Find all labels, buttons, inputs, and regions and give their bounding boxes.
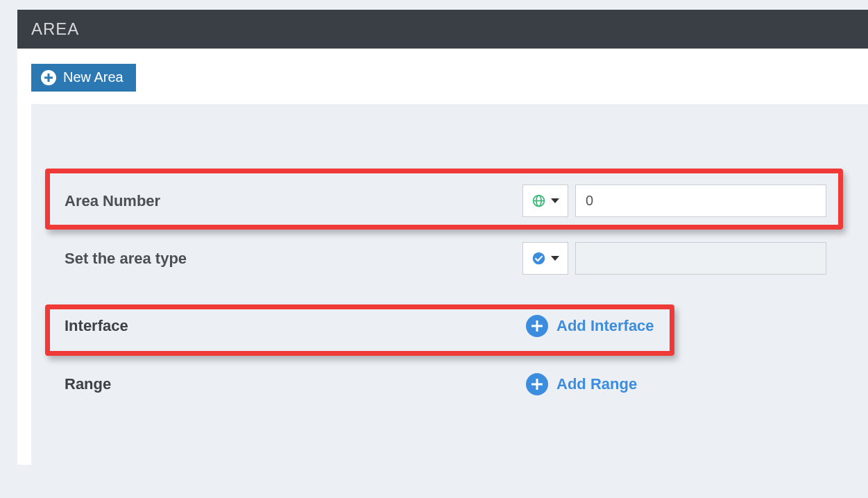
caret-down-icon [551, 198, 559, 203]
area-type-mode-dropdown[interactable] [522, 242, 568, 275]
globe-icon [531, 194, 546, 208]
plus-icon [526, 373, 548, 395]
add-range-label: Add Range [556, 375, 637, 393]
area-number-input[interactable] [575, 184, 826, 217]
area-panel: AREA New Area Area Number [17, 10, 868, 465]
row-area-type: Set the area type [55, 241, 833, 275]
area-number-mode-dropdown[interactable] [522, 184, 568, 217]
svg-point-3 [533, 252, 545, 265]
add-interface-button[interactable]: Add Interface [526, 315, 654, 337]
plus-icon [526, 315, 548, 337]
check-circle-icon [531, 251, 546, 266]
panel-body: New Area Area Number [17, 49, 868, 465]
add-range-button[interactable]: Add Range [526, 373, 637, 395]
new-area-button[interactable]: New Area [31, 64, 136, 92]
area-form: Area Number [31, 104, 868, 465]
label-range: Range [65, 375, 526, 393]
area-type-input [575, 242, 826, 275]
caret-down-icon [551, 256, 559, 261]
row-interface: Interface Add Interface [55, 315, 679, 337]
label-area-number: Area Number [65, 192, 522, 210]
row-area-number: Area Number [55, 184, 833, 218]
label-area-type: Set the area type [65, 250, 522, 268]
row-range: Range Add Range [55, 373, 679, 395]
panel-title: AREA [17, 10, 868, 49]
plus-icon [41, 70, 56, 85]
new-area-label: New Area [63, 69, 124, 85]
controls-area-number [522, 184, 826, 217]
controls-area-type [522, 242, 826, 275]
add-interface-label: Add Interface [556, 317, 654, 335]
label-interface: Interface [65, 317, 526, 335]
